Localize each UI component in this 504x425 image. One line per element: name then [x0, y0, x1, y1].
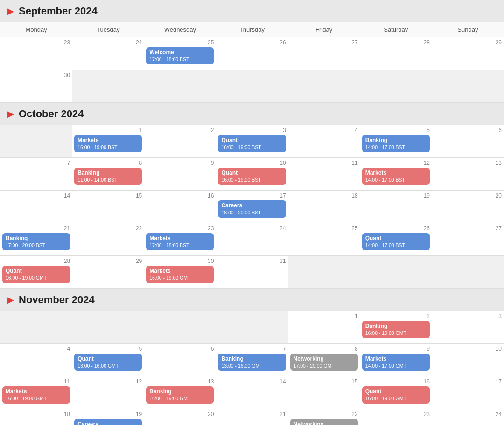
event-title: Networking — [294, 355, 324, 362]
day-cell: 10Quant16:00 - 19:00 BST — [216, 158, 288, 191]
event-banking[interactable]: Banking16:00 - 19:00 GMT — [362, 321, 430, 338]
day-number: 16 — [146, 192, 214, 199]
day-number: 1 — [290, 313, 358, 319]
day-number: 28 — [362, 39, 430, 46]
day-number: 17 — [434, 378, 502, 385]
month-header-2: ▶ November 2024 — [0, 289, 504, 311]
day-cell: 22 — [72, 223, 144, 256]
event-title: Careers — [221, 202, 242, 209]
event-markets[interactable]: Markets16:00 - 19:00 BST — [74, 135, 142, 152]
day-number: 11 — [2, 378, 70, 385]
day-header-thursday: Thursday — [216, 22, 288, 37]
day-number: 6 — [434, 127, 502, 134]
day-number: 23 — [146, 225, 214, 232]
day-number: 25 — [290, 225, 358, 232]
day-cell: 24 — [72, 37, 144, 70]
day-number: 6 — [146, 346, 214, 352]
event-banking[interactable]: Banking17:00 - 20:00 BST — [2, 233, 70, 250]
event-markets[interactable]: Markets14:00 - 17:00 GMT — [362, 354, 430, 371]
day-cell: 25 — [288, 223, 360, 256]
day-cell: 2Banking16:00 - 19:00 GMT — [360, 311, 432, 344]
day-cell — [288, 256, 360, 289]
day-cell: 16Quant16:00 - 19:00 GMT — [360, 376, 432, 409]
event-quant[interactable]: Quant16:00 - 19:00 GMT — [2, 266, 70, 283]
event-time: 17:00 - 20:00 BST — [6, 242, 67, 249]
event-time: 16:00 - 19:00 GMT — [149, 396, 210, 402]
day-number: 24 — [434, 411, 502, 418]
day-number: 25 — [146, 39, 214, 46]
day-number: 9 — [362, 346, 430, 352]
event-quant[interactable]: Quant14:00 - 17:00 BST — [362, 233, 430, 250]
event-title: Banking — [77, 170, 99, 176]
day-number: 15 — [290, 378, 358, 385]
month-grid-2: 12Banking16:00 - 19:00 GMT345Quant13:00 … — [0, 311, 504, 425]
day-cell: 26 — [216, 37, 288, 70]
event-title: Markets — [149, 235, 170, 241]
event-title: Markets — [365, 355, 386, 362]
event-quant[interactable]: Quant16:00 - 19:00 BST — [218, 168, 286, 185]
event-time: 16:00 - 19:00 GMT — [365, 330, 427, 337]
event-markets[interactable]: Markets16:00 - 19:00 GMT — [146, 266, 214, 283]
event-title: Quant — [77, 355, 94, 362]
event-quant[interactable]: Quant16:00 - 19:00 BST — [218, 135, 286, 152]
day-cell: 12 — [72, 376, 144, 409]
day-number: 10 — [218, 160, 286, 166]
event-quant[interactable]: Quant16:00 - 19:00 GMT — [362, 386, 430, 404]
event-careers[interactable]: Careers16:00 - 18:00 GMT — [74, 419, 142, 425]
day-cell: 27 — [432, 223, 504, 256]
day-number: 22 — [74, 225, 142, 232]
day-header-monday: Monday — [0, 22, 72, 37]
event-time: 16:00 - 19:00 GMT — [149, 275, 210, 282]
event-banking[interactable]: Banking13:00 - 16:00 GMT — [218, 354, 286, 371]
day-number: 28 — [2, 258, 70, 264]
day-number: 13 — [146, 378, 214, 385]
day-cell: 23 — [0, 37, 72, 70]
day-number: 12 — [362, 160, 430, 166]
event-markets[interactable]: Markets17:00 - 18:00 BST — [146, 233, 214, 250]
day-number: 31 — [218, 258, 286, 264]
event-time: 16:00 - 19:00 BST — [221, 177, 282, 184]
day-cell — [72, 311, 144, 344]
event-careers[interactable]: Careers18:00 - 20:00 BST — [218, 200, 286, 218]
event-quant[interactable]: Quant13:00 - 16:00 GMT — [74, 354, 142, 371]
event-title: Quant — [221, 137, 238, 143]
event-time: 18:00 - 20:00 BST — [221, 210, 282, 216]
day-number: 29 — [434, 39, 502, 46]
day-cell: 26Quant14:00 - 17:00 BST — [360, 223, 432, 256]
day-number: 26 — [362, 225, 430, 232]
calendar-container: ▶ September 2024MondayTuesdayWednesdayTh… — [0, 0, 504, 425]
day-number: 20 — [146, 411, 214, 418]
day-cell: 5Quant13:00 - 16:00 GMT — [72, 344, 144, 376]
event-networking[interactable]: Networking17:00 - 20:00 GMT — [290, 354, 358, 371]
day-number: 19 — [362, 192, 430, 199]
day-number: 3 — [218, 127, 286, 134]
event-markets[interactable]: Markets14:00 - 17:00 BST — [362, 168, 430, 185]
day-number: 14 — [2, 192, 70, 199]
day-cell: 17Careers18:00 - 20:00 BST — [216, 191, 288, 223]
event-time: 14:00 - 17:00 BST — [365, 177, 427, 184]
play-icon-0: ▶ — [7, 6, 14, 16]
day-cell: 28Quant16:00 - 19:00 GMT — [0, 256, 72, 289]
day-number: 2 — [146, 127, 214, 134]
event-networking[interactable]: Networking17:00 - 20:00 GMT — [290, 419, 358, 425]
day-cell — [216, 311, 288, 344]
day-number: 17 — [218, 192, 286, 199]
event-banking[interactable]: Banking16:00 - 19:00 GMT — [146, 386, 214, 404]
day-number: 14 — [218, 378, 286, 385]
event-title: Careers — [77, 421, 98, 425]
day-cell: 7 — [0, 158, 72, 191]
event-markets[interactable]: Markets16:00 - 19:00 GMT — [2, 386, 70, 404]
event-banking[interactable]: Banking14:00 - 17:00 BST — [362, 135, 430, 152]
day-cell: 30Markets16:00 - 19:00 GMT — [144, 256, 216, 289]
day-number: 21 — [2, 225, 70, 232]
event-title: Networking — [294, 421, 324, 425]
event-welcome[interactable]: Welcome17:00 - 18:00 BST — [146, 47, 214, 64]
day-cell: 19Careers16:00 - 18:00 GMT — [72, 409, 144, 425]
day-number: 30 — [146, 258, 214, 264]
day-cell: 12Markets14:00 - 17:00 BST — [360, 158, 432, 191]
event-time: 11:00 - 14:00 BST — [77, 177, 139, 184]
event-banking[interactable]: Banking11:00 - 14:00 BST — [74, 168, 142, 185]
day-cell: 29 — [432, 37, 504, 70]
event-title: Markets — [6, 388, 27, 395]
day-number: 23 — [362, 411, 430, 418]
